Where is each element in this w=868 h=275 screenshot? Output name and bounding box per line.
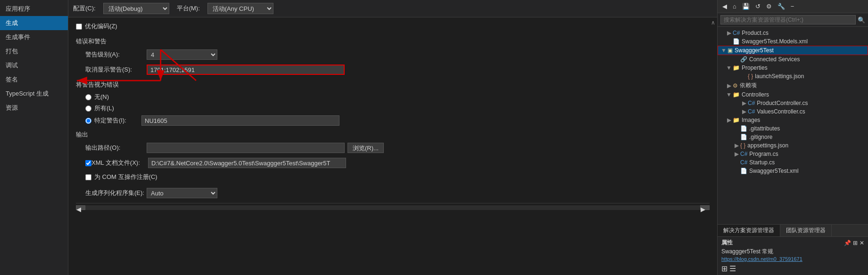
tree-expand-product-cs: ▶ bbox=[725, 30, 733, 36]
tree-item-gitignore[interactable]: 📄 .gitignore bbox=[718, 133, 868, 141]
all-label: 所有(L) bbox=[94, 104, 114, 113]
serialization-row: 生成序列化程序集(E): Auto bbox=[85, 188, 710, 198]
toolbar-back-btn[interactable]: ◀ bbox=[720, 2, 729, 11]
xml-doc-input[interactable] bbox=[148, 158, 346, 168]
deps-icon: ⚙ bbox=[733, 82, 738, 89]
properties-link[interactable]: https://blog.csdn.net/m0_37591671 bbox=[721, 256, 802, 262]
all-radio[interactable] bbox=[85, 105, 91, 112]
tree-expand-program-cs: ▶ bbox=[733, 151, 740, 157]
tree-item-dependencies[interactable]: ▶ ⚙ 依赖项 bbox=[718, 81, 868, 90]
properties-icons: ⊞ ☰ bbox=[721, 264, 864, 273]
warning-level-label: 警告级别(A): bbox=[85, 50, 147, 59]
optimize-code-row: 优化编码(Z) bbox=[76, 22, 710, 31]
tree-item-images[interactable]: ▶ 📁 Images bbox=[718, 116, 868, 124]
xml-doc-checkbox[interactable] bbox=[85, 160, 91, 166]
scroll-left-btn[interactable]: ◀ bbox=[76, 205, 85, 210]
none-radio[interactable] bbox=[85, 94, 91, 100]
xml-icon: 📄 bbox=[733, 38, 740, 45]
cs-icon-2: C# bbox=[748, 100, 755, 106]
pin-icon[interactable]: 📌 bbox=[844, 240, 851, 246]
xml-doc-label: XML 文档文件(X): bbox=[91, 159, 148, 167]
tree-expand-product-controller: ▶ bbox=[740, 100, 748, 106]
bottom-tabs: 解决方案资源管理器 团队资源管理器 bbox=[718, 224, 868, 236]
toolbar-home-btn[interactable]: ⌂ bbox=[731, 2, 738, 11]
json-icon-2: { } bbox=[740, 142, 745, 149]
tree-item-appsettings-json[interactable]: ▶ { } appsettings.json bbox=[718, 141, 868, 150]
tree-item-product-cs[interactable]: ▶ C# Product.cs bbox=[718, 29, 868, 37]
search-icon[interactable]: 🔍 bbox=[858, 16, 865, 24]
file-icon-2: 📄 bbox=[740, 134, 747, 140]
output-path-row: 输出路径(O): 浏览(R)... bbox=[85, 143, 710, 153]
com-interop-checkbox[interactable] bbox=[85, 174, 91, 180]
toolbar-save-btn[interactable]: 💾 bbox=[740, 2, 752, 11]
search-box: 🔍 bbox=[718, 13, 868, 27]
tree-item-controllers[interactable]: ▼ 📁 Controllers bbox=[718, 90, 868, 99]
specific-radio[interactable] bbox=[85, 118, 91, 124]
warning-level-row: 警告级别(A): 4 bbox=[85, 49, 710, 60]
cs-icon-3: C# bbox=[748, 108, 755, 115]
tree-item-connected-services[interactable]: 🔗 Connected Services bbox=[718, 55, 868, 64]
toolbar-minus-btn[interactable]: − bbox=[789, 2, 796, 11]
form-area: ∧ 优化编码(Z) 错误和警告 警告级别(A): bbox=[68, 17, 717, 275]
config-select[interactable]: 活动(Debug) bbox=[103, 3, 169, 14]
sidebar-item-typescript-build[interactable]: TypeScript 生成 bbox=[0, 87, 68, 101]
sidebar: 应用程序 生成 生成事件 打包 调试 签名 TypeScript 生成 资源 bbox=[0, 0, 68, 275]
treat-warnings-section: 将警告视为错误 无(N) 所有(L) 特定警告(I): bbox=[76, 81, 710, 126]
toolbar-wrench-btn[interactable]: 🔧 bbox=[776, 2, 787, 11]
serialization-label: 生成序列化程序集(E): bbox=[85, 189, 147, 197]
sidebar-item-application[interactable]: 应用程序 bbox=[0, 2, 68, 16]
specific-radio-row: 特定警告(I): bbox=[85, 115, 710, 126]
warning-level-select[interactable]: 4 bbox=[147, 49, 217, 60]
close-properties-icon[interactable]: ✕ bbox=[860, 240, 864, 246]
optimize-code-label: 优化编码(Z) bbox=[85, 22, 117, 31]
properties-name: Swaggger5Test 常规 bbox=[721, 248, 864, 256]
scroll-right-btn[interactable]: ▶ bbox=[700, 205, 710, 210]
folder-icon: 🔗 bbox=[740, 56, 747, 63]
optimize-code-checkbox[interactable] bbox=[76, 24, 82, 30]
serialization-select[interactable]: Auto bbox=[147, 188, 217, 198]
tree-item-swaggger5test[interactable]: ▼ ▣ Swaggger5Test bbox=[718, 46, 868, 55]
tree-expand-dependencies: ▶ bbox=[725, 82, 733, 89]
sidebar-item-package[interactable]: 打包 bbox=[0, 44, 68, 58]
treat-warnings-title: 将警告视为错误 bbox=[76, 81, 710, 89]
radio-group: 无(N) 所有(L) 特定警告(I): bbox=[85, 93, 710, 126]
output-section: 输出 输出路径(O): 浏览(R)... XML 文档文件(X): 为 COM … bbox=[76, 130, 710, 198]
grid-icon[interactable]: ⊞ bbox=[721, 264, 727, 273]
collapse-button[interactable]: ∧ bbox=[711, 19, 715, 26]
tree-expand-swaggger5test: ▼ bbox=[720, 47, 727, 54]
tree-item-swagger5test-models-xml[interactable]: 📄 Swagger5Test.Models.xml bbox=[718, 37, 868, 46]
suppress-warnings-input[interactable]: 1701;1702;1591 bbox=[147, 65, 345, 75]
suppress-warnings-label: 取消显示警告(S): bbox=[85, 65, 147, 74]
sidebar-item-debug[interactable]: 调试 bbox=[0, 58, 68, 73]
toolbar-settings-btn[interactable]: ⚙ bbox=[764, 2, 774, 11]
tree-item-properties[interactable]: ▼ 📁 Properties bbox=[718, 64, 868, 72]
suppress-warnings-row: 取消显示警告(S): 1701;1702;1591 bbox=[85, 65, 710, 75]
json-icon: { } bbox=[748, 73, 753, 80]
toolbar-refresh-btn[interactable]: ↺ bbox=[753, 2, 762, 11]
tree-item-launchsettings-json[interactable]: { } launchSettings.json bbox=[718, 72, 868, 81]
tree-item-swaggger5test-xml[interactable]: 📄 Swaggger5Test.xml bbox=[718, 167, 868, 175]
sidebar-item-resources[interactable]: 资源 bbox=[0, 101, 68, 115]
sidebar-item-build[interactable]: 生成 bbox=[0, 16, 68, 30]
browse-button[interactable]: 浏览(R)... bbox=[347, 143, 384, 153]
list-icon[interactable]: ☰ bbox=[729, 264, 736, 273]
tab-team-explorer[interactable]: 团队资源管理器 bbox=[780, 225, 832, 236]
platform-select[interactable]: 活动(Any CPU) bbox=[207, 3, 273, 14]
sidebar-item-signing[interactable]: 签名 bbox=[0, 73, 68, 87]
search-input[interactable] bbox=[720, 15, 856, 24]
tree-item-startup-cs[interactable]: C# Startup.cs bbox=[718, 158, 868, 167]
specific-input[interactable] bbox=[141, 115, 339, 126]
tree-item-product-controller-cs[interactable]: ▶ C# ProductController.cs bbox=[718, 99, 868, 107]
tab-solution-explorer[interactable]: 解决方案资源管理器 bbox=[718, 225, 780, 236]
tree-item-gitattributes[interactable]: 📄 .gitattributes bbox=[718, 124, 868, 133]
com-interop-label: 为 COM 互操作注册(C) bbox=[94, 173, 157, 181]
main-content: 配置(C): 活动(Debug) 平台(M): 活动(Any CPU) ∧ bbox=[68, 0, 717, 275]
right-panel: ◀ ⌂ 💾 ↺ ⚙ 🔧 − 🔍 ▶ C# Product.cs 📄 Swagge… bbox=[717, 0, 868, 275]
output-path-input[interactable] bbox=[147, 143, 345, 153]
platform-label: 平台(M): bbox=[177, 4, 200, 13]
tree-item-program-cs[interactable]: ▶ C# Program.cs bbox=[718, 150, 868, 158]
tree-expand-properties: ▼ bbox=[725, 65, 733, 71]
sidebar-item-build-events[interactable]: 生成事件 bbox=[0, 30, 68, 44]
tree-item-values-controller-cs[interactable]: ▶ C# ValuesController.cs bbox=[718, 107, 868, 116]
float-icon[interactable]: ⊞ bbox=[853, 240, 858, 246]
